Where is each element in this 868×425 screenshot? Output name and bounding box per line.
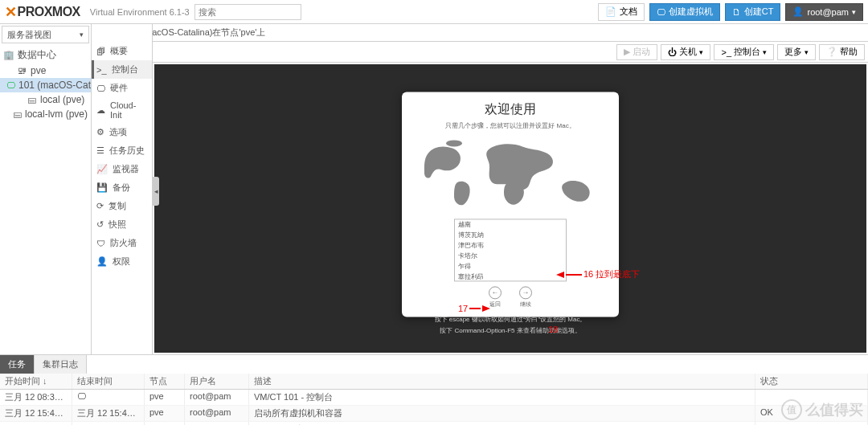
col-status[interactable]: 状态 xyxy=(755,374,868,389)
more-label: 更多 xyxy=(784,46,802,58)
server-icon xyxy=(16,66,27,76)
tree-storage-local[interactable]: local (pve) xyxy=(0,92,91,107)
arrow-left-icon xyxy=(556,272,564,278)
nav-backup-label: 备份 xyxy=(113,182,130,194)
collapse-toggle[interactable]: ◂ xyxy=(153,177,159,206)
history-icon: ↺ xyxy=(96,219,104,230)
col-desc[interactable]: 描述 xyxy=(249,374,755,389)
dc-label: 数据中心 xyxy=(18,48,56,62)
tree-node-pve[interactable]: pve xyxy=(0,63,91,78)
col-end[interactable]: 结束时间 xyxy=(72,374,145,389)
continue-button[interactable]: →继续 xyxy=(519,286,532,309)
user-label: root@pam xyxy=(807,7,849,17)
annotation-18: 18 xyxy=(548,325,558,334)
nav-permissions[interactable]: 👤权限 xyxy=(92,252,152,271)
back-button[interactable]: ←返回 xyxy=(489,286,502,309)
hint-1: 按下 escape 键以听取如何通过“旁白”设置您的 Mac。 xyxy=(435,315,587,324)
nav-summary[interactable]: 🗐概要 xyxy=(92,42,152,60)
stor1-label: local (pve) xyxy=(40,94,84,105)
storage-icon xyxy=(13,109,22,119)
list-icon: ☰ xyxy=(96,145,104,156)
country-item[interactable]: 卡塔尔 xyxy=(455,251,566,261)
create-vm-button[interactable]: 🖵 创建虚拟机 xyxy=(649,3,720,21)
tab-cluster-log[interactable]: 集群日志 xyxy=(35,355,87,374)
breadcrumb: 虚拟机101 (macOS-Catalina)在节点'pve'上 xyxy=(92,24,868,42)
view-label: 服务器视图 xyxy=(7,29,51,41)
user-menu[interactable]: 👤 root@pam xyxy=(785,3,863,21)
nav-replication[interactable]: ⟳复制 xyxy=(92,197,152,215)
welcome-subtitle: 只需几个步骤，您就可以注册并设置好 Mac。 xyxy=(413,121,608,130)
nav-repl-label: 复制 xyxy=(108,200,126,212)
nav-cloud-init[interactable]: ☁Cloud-Init xyxy=(92,97,152,123)
stor2-label: local-lvm (pve) xyxy=(25,108,88,120)
nav-console[interactable]: >_控制台 xyxy=(92,60,152,79)
more-button[interactable]: 更多 xyxy=(777,44,816,60)
log-row[interactable]: 三月 12 08:31:53🖵pveroot@pamVM/CT 101 - 控制… xyxy=(0,390,868,406)
help-button[interactable]: ❔ 帮助 xyxy=(819,44,865,60)
nav-console-label: 控制台 xyxy=(112,63,138,76)
view-selector[interactable]: 服务器视图 xyxy=(2,26,89,43)
create-vm-label: 创建虚拟机 xyxy=(669,6,713,18)
node-label: pve xyxy=(31,65,46,76)
nav-options[interactable]: ⚙选项 xyxy=(92,123,152,141)
create-ct-label: 创建CT xyxy=(744,6,774,18)
country-item[interactable]: 博茨瓦纳 xyxy=(455,230,566,240)
col-node[interactable]: 节点 xyxy=(145,374,185,389)
shutdown-button[interactable]: ⏻ 关机 xyxy=(661,44,710,60)
nav-options-label: 选项 xyxy=(109,126,127,138)
tree-vm-101[interactable]: 101 (macOS-Catalina) xyxy=(0,78,91,92)
running-icon: 🖵 xyxy=(77,391,86,401)
tree-datacenter[interactable]: 🏢数据中心 xyxy=(0,47,91,63)
col-user[interactable]: 用户名 xyxy=(185,374,249,389)
annotation-17: 17 xyxy=(458,304,490,313)
nav-tasks-label: 任务历史 xyxy=(109,145,145,157)
annotation-18-label: 18 xyxy=(548,325,558,334)
create-ct-button[interactable]: 🗋 创建CT xyxy=(725,3,781,21)
nav-backup[interactable]: 💾备份 xyxy=(92,178,152,197)
country-item[interactable]: 津巴布韦 xyxy=(455,240,566,251)
nav-cloud-label: Cloud-Init xyxy=(110,100,147,120)
logo: ✕ PROXMOX xyxy=(5,3,80,21)
monitor-icon: 🖵 xyxy=(96,84,105,93)
version-label: Virtual Environment 6.1-3 xyxy=(90,7,190,17)
brand-text: PROXMOX xyxy=(18,5,80,19)
vm-toolbar: ▶ 启动 ⏻ 关机 >_ 控制台 更多 ❔ 帮助 xyxy=(153,42,868,63)
start-button[interactable]: ▶ 启动 xyxy=(616,44,657,60)
tree-storage-local-lvm[interactable]: local-lvm (pve) xyxy=(0,107,91,121)
task-log: 任务 集群日志 开始时间 ↓ 结束时间 节点 用户名 描述 状态 三月 12 0… xyxy=(0,354,868,425)
nav-firewall[interactable]: 🛡防火墙 xyxy=(92,234,152,252)
country-item[interactable]: 越南 xyxy=(455,219,566,230)
nav-task-history[interactable]: ☰任务历史 xyxy=(92,141,152,160)
terminal-icon: >_ xyxy=(96,65,107,75)
resource-tree: 🏢数据中心 pve 101 (macOS-Catalina) local (pv… xyxy=(0,45,91,354)
datacenter-icon: 🏢 xyxy=(3,50,14,60)
vnc-console[interactable]: 欢迎使用 只需几个步骤，您就可以注册并设置好 Mac。 越南 博茨瓦纳 津巴布韦… xyxy=(154,64,866,353)
svg-point-0 xyxy=(446,140,462,146)
nav-summary-label: 概要 xyxy=(110,45,128,57)
country-listbox[interactable]: 越南 博茨瓦纳 津巴布韦 卡塔尔 乍得 塞拉利昂 智利 中非共和国 中国大陆 xyxy=(454,219,567,281)
console-button[interactable]: >_ 控制台 xyxy=(714,44,774,60)
chart-icon: 📈 xyxy=(96,164,108,174)
console-label: 控制台 xyxy=(734,46,760,58)
log-row[interactable]: 三月 12 15:44:38三月 12 15:44:38pveroot@pam启… xyxy=(0,406,868,422)
country-item[interactable]: 乍得 xyxy=(455,261,566,272)
tab-tasks[interactable]: 任务 xyxy=(0,355,35,374)
country-item[interactable]: 塞拉利昂 xyxy=(455,272,566,281)
col-start[interactable]: 开始时间 ↓ xyxy=(0,374,72,389)
nav-monitor[interactable]: 📈监视器 xyxy=(92,160,152,178)
docs-button[interactable]: 📄 文档 xyxy=(598,3,645,21)
summary-icon: 🗐 xyxy=(96,47,105,56)
macos-setup-window: 欢迎使用 只需几个步骤，您就可以注册并设置好 Mac。 越南 博茨瓦纳 津巴布韦… xyxy=(402,92,619,317)
save-icon: 💾 xyxy=(96,182,108,193)
watermark-icon: 值 xyxy=(781,399,802,420)
annotation-17-label: 17 xyxy=(458,304,468,313)
nav-hardware[interactable]: 🖵硬件 xyxy=(92,79,152,97)
welcome-title: 欢迎使用 xyxy=(413,101,608,118)
cloud-icon: ☁ xyxy=(96,105,105,116)
log-row[interactable]: 三月 12 08:55:27三月 12 08:55:27pveroot@pamV… xyxy=(0,422,868,425)
vm-label: 101 (macOS-Catalina) xyxy=(18,80,91,91)
gear-icon: ⚙ xyxy=(96,127,104,137)
nav-snapshots[interactable]: ↺快照 xyxy=(92,215,152,234)
shutdown-label: 关机 xyxy=(679,46,697,58)
search-input[interactable] xyxy=(194,4,301,20)
